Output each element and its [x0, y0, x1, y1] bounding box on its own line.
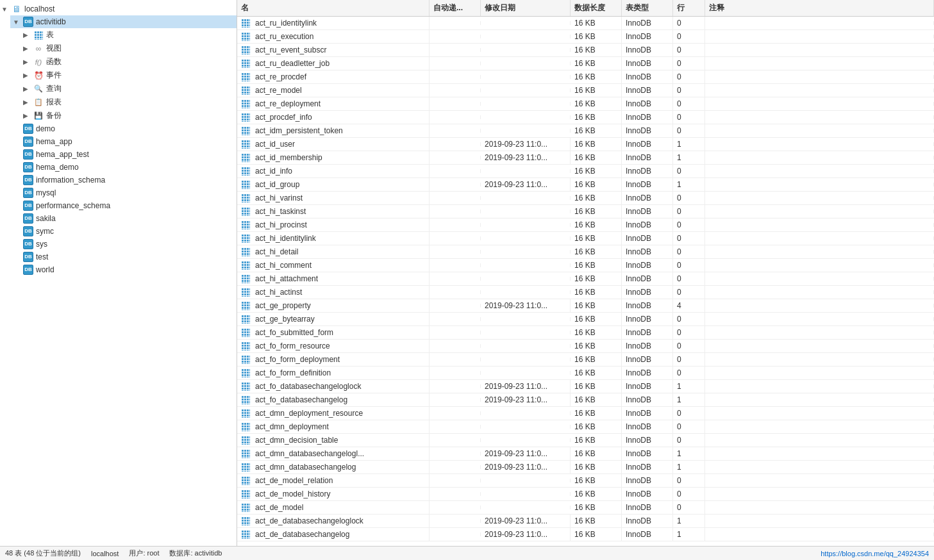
cell-comment	[705, 48, 934, 52]
table-row[interactable]: act_hi_taskinst 16 KB InnoDB 0	[237, 205, 934, 218]
cell-name-text: act_de_databasechangelog	[255, 530, 349, 539]
sidebar-item-localhost[interactable]: ▼ 🖥 localhost	[0, 3, 237, 15]
table-row[interactable]: act_id_info 16 KB InnoDB 0	[237, 165, 934, 178]
sidebar-item-demo[interactable]: ▶ DB demo	[10, 122, 237, 135]
col-header-rows: 行	[673, 0, 705, 16]
table-row[interactable]: act_ru_event_subscr 16 KB InnoDB 0	[237, 44, 934, 57]
table-row[interactable]: act_hi_procinst 16 KB InnoDB 0	[237, 218, 934, 232]
cell-name-text: act_ru_identitylink	[255, 19, 317, 28]
sidebar-item-views[interactable]: ▶ ∞ 视图	[21, 42, 237, 55]
table-row[interactable]: act_re_procdef 16 KB InnoDB 0	[237, 70, 934, 84]
table-row[interactable]: act_ru_identitylink 16 KB InnoDB 0	[237, 17, 934, 30]
sidebar-label-hema_app_test: hema_app_test	[36, 150, 89, 159]
table-row[interactable]: act_re_model 16 KB InnoDB 0	[237, 84, 934, 97]
cell-name: act_de_model_relation	[237, 474, 429, 487]
table-row[interactable]: act_re_deployment 16 KB InnoDB 0	[237, 97, 934, 111]
cell-rows: 0	[673, 474, 705, 487]
table-row[interactable]: act_hi_actinst 16 KB InnoDB 0	[237, 286, 934, 299]
table-row[interactable]: act_dmn_databasechangelog 2019-09-23 11:…	[237, 461, 934, 474]
statusbar-link[interactable]: https://blog.csdn.me/qq_24924354	[821, 550, 929, 557]
table-row-icon	[241, 530, 250, 539]
sidebar-item-hema_app[interactable]: ▶ DB hema_app	[10, 135, 237, 148]
table-row[interactable]: act_hi_attachment 16 KB InnoDB 0	[237, 272, 934, 286]
table-row[interactable]: act_id_membership 2019-09-23 11:0... 16 …	[237, 151, 934, 165]
cell-size: 16 KB	[571, 353, 622, 366]
table-row[interactable]: act_dmn_databasechangelogl... 2019-09-23…	[237, 447, 934, 461]
cell-comment	[705, 344, 934, 348]
table-row-icon	[241, 368, 250, 377]
table-row[interactable]: act_ge_property 2019-09-23 11:0... 16 KB…	[237, 299, 934, 313]
sidebar-item-reports[interactable]: ▶ 📋 报表	[21, 95, 237, 109]
cell-auto	[429, 317, 481, 321]
col-header-auto: 自动递...	[429, 0, 481, 16]
cell-comment	[705, 156, 934, 160]
cell-comment	[705, 250, 934, 254]
sidebar-item-queries[interactable]: ▶ 🔍 查询	[21, 82, 237, 95]
sidebar-item-world[interactable]: ▶ DB world	[10, 263, 237, 276]
table-row[interactable]: act_idm_persistent_token 16 KB InnoDB 0	[237, 124, 934, 138]
statusbar: 48 表 (48 位于当前的组) localhost 用户: root 数据库:…	[0, 546, 934, 560]
cell-comment	[705, 532, 934, 536]
table-row[interactable]: act_id_user 2019-09-23 11:0... 16 KB Inn…	[237, 138, 934, 151]
table-row[interactable]: act_dmn_deployment_resource 16 KB InnoDB…	[237, 407, 934, 420]
cell-type: InnoDB	[622, 286, 673, 299]
sidebar-item-hema_demo[interactable]: ▶ DB hema_demo	[10, 161, 237, 174]
cell-comment	[705, 331, 934, 334]
sidebar-item-activitidb[interactable]: ▼ DB activitidb	[10, 15, 237, 28]
cell-size: 16 KB	[571, 299, 622, 312]
sidebar-item-hema_app_test[interactable]: ▶ DB hema_app_test	[10, 148, 237, 161]
sidebar-label-mysql: mysql	[36, 188, 56, 197]
sidebar-label-backups: 备份	[46, 110, 62, 121]
sidebar-item-sys[interactable]: ▶ DB sys	[10, 238, 237, 251]
table-row[interactable]: act_procdef_info 16 KB InnoDB 0	[237, 111, 934, 124]
table-row[interactable]: act_de_model_relation 16 KB InnoDB 0	[237, 474, 934, 488]
sidebar-item-sakila[interactable]: ▶ DB sakila	[10, 212, 237, 225]
sidebar-item-backups[interactable]: ▶ 💾 备份	[21, 109, 237, 122]
cell-type: InnoDB	[622, 528, 673, 541]
cell-type: InnoDB	[622, 366, 673, 379]
cell-name: act_hi_comment	[237, 259, 429, 272]
table-row[interactable]: act_dmn_deployment 16 KB InnoDB 0	[237, 420, 934, 434]
table-row[interactable]: act_fo_form_resource 16 KB InnoDB 0	[237, 340, 934, 353]
sidebar-item-performance_schema[interactable]: ▶ DB performance_schema	[10, 199, 237, 212]
table-row-icon	[241, 247, 250, 256]
cell-name: act_hi_detail	[237, 245, 429, 258]
table-row[interactable]: act_de_model 16 KB InnoDB 0	[237, 501, 934, 515]
cell-type: InnoDB	[622, 57, 673, 70]
table-row[interactable]: act_dmn_decision_table 16 KB InnoDB 0	[237, 434, 934, 447]
table-row[interactable]: act_hi_identitylink 16 KB InnoDB 0	[237, 232, 934, 245]
table-row[interactable]: act_fo_databasechangelog 2019-09-23 11:0…	[237, 393, 934, 407]
table-row[interactable]: act_hi_varinst 16 KB InnoDB 0	[237, 192, 934, 205]
table-row[interactable]: act_hi_detail 16 KB InnoDB 0	[237, 245, 934, 259]
sidebar-item-mysql[interactable]: ▶ DB mysql	[10, 186, 237, 199]
table-row[interactable]: act_fo_submitted_form 16 KB InnoDB 0	[237, 326, 934, 340]
table-row[interactable]: act_de_databasechangeloglock 2019-09-23 …	[237, 515, 934, 528]
cell-auto	[429, 156, 481, 160]
table-row[interactable]: act_fo_form_definition 16 KB InnoDB 0	[237, 366, 934, 380]
cell-size: 16 KB	[571, 366, 622, 379]
sidebar-item-information_schema[interactable]: ▶ DB information_schema	[10, 174, 237, 186]
cell-date	[481, 506, 571, 509]
table-row[interactable]: act_de_model_history 16 KB InnoDB 0	[237, 488, 934, 501]
cell-name: act_ru_identitylink	[237, 17, 429, 29]
sidebar-item-events[interactable]: ▶ ⏰ 事件	[21, 69, 237, 82]
table-row[interactable]: act_fo_databasechangeloglock 2019-09-23 …	[237, 380, 934, 393]
sidebar-item-tables[interactable]: ▶ 表	[21, 28, 237, 42]
table-row[interactable]: act_ru_deadletter_job 16 KB InnoDB 0	[237, 57, 934, 70]
table-row[interactable]: act_ge_bytearray 16 KB InnoDB 0	[237, 313, 934, 326]
sidebar-item-symc[interactable]: ▶ DB symc	[10, 225, 237, 238]
table-body: act_ru_identitylink 16 KB InnoDB 0 act_r…	[237, 17, 934, 546]
cell-name: act_ru_execution	[237, 30, 429, 43]
table-row[interactable]: act_id_group 2019-09-23 11:0... 16 KB In…	[237, 178, 934, 192]
cell-size: 16 KB	[571, 30, 622, 43]
sidebar-item-functions[interactable]: ▶ f() 函数	[21, 55, 237, 69]
table-row[interactable]: act_hi_comment 16 KB InnoDB 0	[237, 259, 934, 272]
cell-date: 2019-09-23 11:0...	[481, 393, 571, 406]
cell-size: 16 KB	[571, 286, 622, 299]
table-row[interactable]: act_ru_execution 16 KB InnoDB 0	[237, 30, 934, 44]
table-row[interactable]: act_fo_form_deployment 16 KB InnoDB 0	[237, 353, 934, 366]
table-row[interactable]: act_de_databasechangelog 2019-09-23 11:0…	[237, 528, 934, 541]
cell-auto	[429, 21, 481, 25]
cell-size: 16 KB	[571, 420, 622, 433]
sidebar-item-test[interactable]: ▶ DB test	[10, 251, 237, 263]
